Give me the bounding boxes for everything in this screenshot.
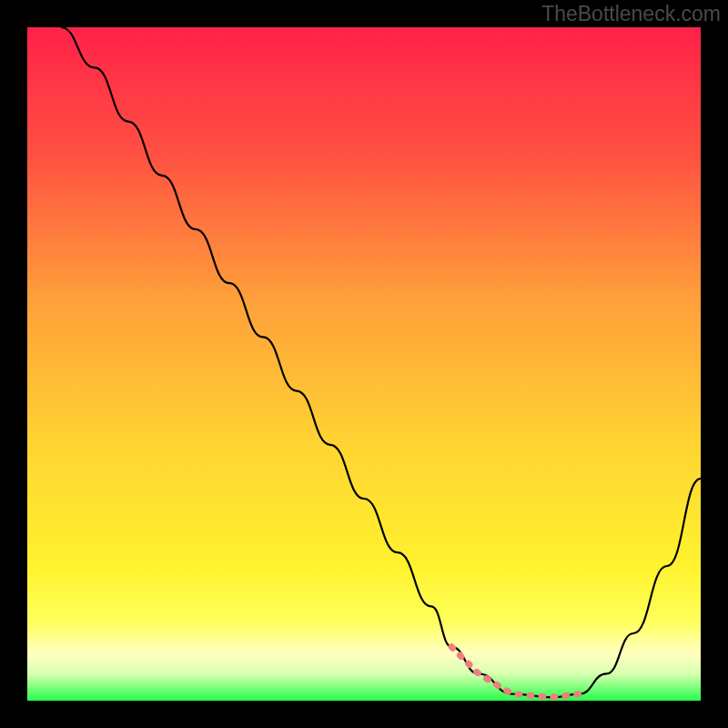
gradient-background xyxy=(27,27,701,701)
chart-svg xyxy=(27,27,701,701)
chart-container: TheBottleneck.com xyxy=(0,0,728,728)
watermark-text: TheBottleneck.com xyxy=(541,2,721,26)
plot-area xyxy=(27,27,701,701)
